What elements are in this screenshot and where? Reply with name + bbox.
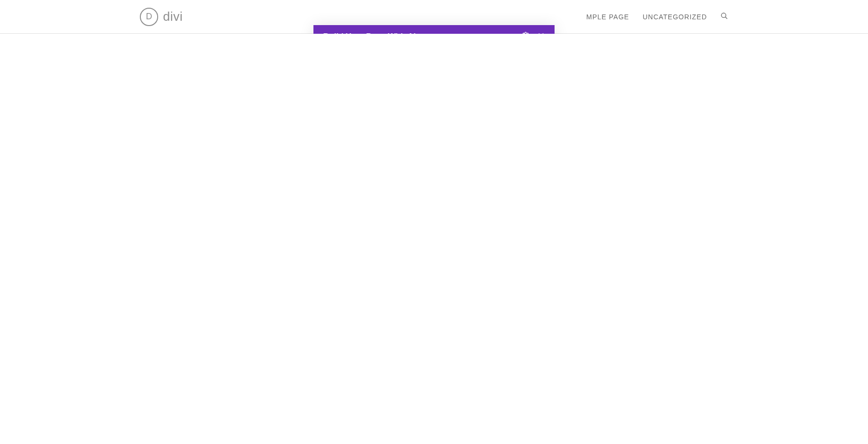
search-icon[interactable] (720, 12, 728, 21)
nav-links: MPLE PAGE UNCATEGORIZED (586, 12, 728, 21)
nav-sample-page[interactable]: MPLE PAGE (586, 13, 629, 21)
svg-point-0 (721, 13, 726, 17)
nav-uncategorized[interactable]: UNCATEGORIZED (643, 13, 707, 21)
gear-icon[interactable] (522, 32, 529, 34)
logo-icon: D (140, 8, 158, 26)
logo-text: divi (163, 9, 183, 24)
logo[interactable]: D divi (140, 8, 183, 26)
ai-builder-modal: Build Your Page With AI Describe The Pag… (313, 25, 555, 34)
svg-line-1 (725, 17, 727, 19)
close-icon[interactable] (537, 32, 545, 34)
modal-title: Build Your Page With AI (323, 32, 522, 34)
modal-header: Build Your Page With AI (313, 25, 555, 34)
